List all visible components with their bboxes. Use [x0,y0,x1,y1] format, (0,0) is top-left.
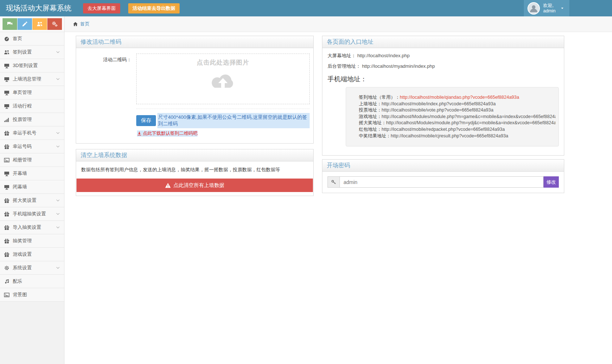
sidebar-item-game-settings[interactable]: 游戏设置 [0,248,64,261]
qr-panel: 修改活动二维码 活动二维码： 点击此处选择图片 保存 尺寸400*400像素,如… [76,36,314,144]
clear-data-panel: 清空上墙系统数据 数据包括所有签到用户信息，发送的上墙消息，抽奖结果，摇一摇数据… [76,149,314,196]
breadcrumb-home-label: 首页 [80,21,90,27]
sidebar-item-label: 幸运手机号 [13,130,36,136]
gear-icon [4,265,9,271]
admin-url-link[interactable]: http://localhost/myadmin/index.php [362,63,435,69]
username: admin [543,8,556,13]
chevron-down-icon [56,144,60,149]
gift-icon [4,144,9,149]
sidebar-item-signin-settings[interactable]: 签到设置 [0,46,64,59]
sidebar-item-import-lottery-settings[interactable]: 导入抽奖设置 [0,221,64,234]
image-icon [4,292,9,298]
mobile-url-line: 红包地址：http://localhost/mobile/redpacket.p… [359,126,556,133]
mobile-url-link[interactable]: http://localhost/Modules/module.php?m=ga… [382,114,556,119]
sidebar-item-music[interactable]: 配乐 [0,275,64,288]
app-title: 现场活动大屏幕系统 [0,3,76,13]
pencil-icon [22,21,28,27]
sidebar-item-album-management[interactable]: 相册管理 [0,153,64,167]
shortcut-comments-button[interactable] [3,18,17,30]
sidebar-item-vote-management[interactable]: 投票管理 [0,113,64,126]
big-screen-address: 大屏幕地址： http://localhost/index.php [327,52,559,59]
user-menu[interactable]: 欢迎, admin [524,0,569,16]
mobile-url-link[interactable]: http://localhost/mobile/redpacket.php?vc… [382,127,505,132]
clear-all-data-button[interactable]: 点此清空所有上墙数据 [76,179,313,192]
navbar: 现场活动大屏幕系统 去大屏幕界面 活动结束去导出数据 欢迎, admin [0,0,612,16]
download-default-qr-link[interactable]: 点此下载默认签到二维码吧 [137,130,197,137]
desktop-icon [4,63,9,69]
entry-addresses-panel: 各页面的入口地址 大屏幕地址： http://localhost/index.p… [322,36,564,156]
download-link-label: 点此下载默认签到二维码吧 [143,130,197,137]
opening-password-input[interactable] [340,176,544,188]
sidebar-item-label: 签到设置 [13,49,32,55]
sidebar-item-label: 闭幕墙 [13,184,27,190]
main-content: 修改活动二维码 活动二维码： 点击此处选择图片 保存 尺寸400*400像素,如… [64,32,612,364]
sidebar-item-3d-signin-settings[interactable]: 3D签到设置 [0,59,64,73]
desktop-icon [4,90,9,95]
admin-address: 后台管理地址： http://localhost/myadmin/index.p… [327,63,559,70]
sidebar-item-opening-wall[interactable]: 开幕墙 [0,167,64,180]
sidebar-item-wall-message-management[interactable]: 上墙消息管理 [0,73,64,86]
opening-password-panel: 开场密码 修改 [322,159,564,193]
breadcrumb: 首页 [64,16,612,32]
sidebar-item-closing-wall[interactable]: 闭幕墙 [0,180,64,194]
mobile-url-link[interactable]: http://localhost/mobile/qiandao.php?vcod… [400,95,519,100]
shortcut-pencil-button[interactable] [17,18,32,30]
sidebar-item-label: 上墙消息管理 [13,76,41,82]
divider [136,109,310,109]
shortcut-users-button[interactable] [32,18,47,30]
mobile-url-line: 游戏地址：http://localhost/Modules/module.php… [359,114,556,120]
caret-down-icon [560,6,564,10]
gears-icon [52,21,58,27]
chevron-down-icon [56,77,60,81]
sidebar-menu: 首页签到设置3D签到设置上墙消息管理单页管理活动行程投票管理幸运手机号幸运号码相… [0,32,64,302]
mobile-url-link[interactable]: http://localhost/mobile/cjresult.php?vco… [391,133,509,138]
sidebar-item-shake-prize-settings[interactable]: 摇大奖设置 [0,194,64,207]
comments-icon [7,21,13,27]
big-screen-url-link[interactable]: http://localhost/index.php [357,53,410,58]
chevron-down-icon [56,266,60,270]
sidebar-item-label: 投票管理 [13,116,32,123]
sidebar-item-label: 单页管理 [13,89,32,96]
sidebar-shortcuts [0,16,64,32]
breadcrumb-home-link[interactable]: 首页 [73,21,90,27]
sidebar-item-label: 背景图 [13,291,27,298]
shortcut-gears-button[interactable] [47,18,62,30]
chevron-down-icon [56,198,60,203]
chevron-down-icon [56,212,60,216]
modify-password-button[interactable]: 修改 [544,176,559,188]
music-icon [4,279,9,284]
mobile-url-link[interactable]: http://localhost/Modules/module.php?m=yd… [386,120,556,125]
image-upload-dropzone[interactable]: 点击此处选择图片 [136,54,310,104]
sidebar-item-mobile-lottery-settings[interactable]: 手机端抽奖设置 [0,207,64,221]
warning-icon [165,183,171,188]
sidebar: 首页签到设置3D签到设置上墙消息管理单页管理活动行程投票管理幸运手机号幸运号码相… [0,32,64,364]
mobile-addresses-heading: 手机端地址： [327,75,559,83]
sidebar-item-lottery-management[interactable]: 抽奖管理 [0,234,64,248]
mobile-url-list: 签到地址（常用）：http://localhost/mobile/qiandao… [346,87,559,146]
dashboard-icon [4,36,9,42]
save-hint: 尺寸400*400像素,如果不使用公众号二维码,这里留空的就是默认的签到二维码 [157,113,310,128]
qr-field-label: 活动二维码： [76,54,136,104]
sidebar-item-home[interactable]: 首页 [0,32,64,46]
sidebar-item-label: 摇大奖设置 [13,197,36,204]
mobile-url-line: 投票地址：http://localhost/mobile/vote.php?vc… [359,107,556,114]
sidebar-item-lucky-phone-number[interactable]: 幸运手机号 [0,126,64,140]
desktop-icon [4,77,9,82]
sidebar-item-system-settings[interactable]: 系统设置 [0,261,64,275]
export-data-button[interactable]: 活动结束去导出数据 [128,3,180,13]
mobile-url-link[interactable]: http://localhost/mobile/index.php?vcode=… [382,101,496,106]
sidebar-item-label: 幸运号码 [13,143,32,150]
sidebar-item-background-image[interactable]: 背景图 [0,288,64,302]
sidebar-item-label: 配乐 [13,278,22,285]
save-button[interactable]: 保存 [136,115,156,126]
sidebar-item-event-schedule[interactable]: 活动行程 [0,99,64,113]
gift-icon [4,238,9,244]
chevron-down-icon [56,225,60,230]
gift-icon [4,198,9,203]
sidebar-item-lucky-number[interactable]: 幸运号码 [0,140,64,153]
mobile-url-link[interactable]: http://localhost/mobile/vote.php?vcode=6… [382,107,494,113]
desktop-icon [4,103,9,109]
gift-icon [4,130,9,136]
sidebar-item-single-page-management[interactable]: 单页管理 [0,86,64,99]
go-big-screen-button[interactable]: 去大屏幕界面 [83,3,120,13]
